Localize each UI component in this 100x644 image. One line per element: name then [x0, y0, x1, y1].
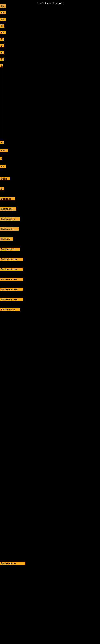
badge-22[interactable]: Bottleneck re [0, 248, 20, 252]
badge-14[interactable]: Bo [0, 165, 6, 169]
badge-5[interactable]: Bo [0, 31, 6, 35]
badge-1[interactable]: Bo [0, 4, 6, 8]
badge-12[interactable]: Bott [0, 149, 8, 153]
badge-9[interactable]: E [0, 58, 3, 62]
badge-25[interactable]: Bottleneck resu [0, 278, 23, 282]
badge-23[interactable]: Bottleneck resu [0, 258, 23, 262]
badge-13[interactable]: I [0, 157, 2, 161]
badge-8[interactable]: B [0, 51, 4, 55]
vline-1 [1, 68, 2, 140]
badge-2[interactable]: Bo [0, 11, 6, 15]
badge-4[interactable]: B [0, 24, 4, 28]
badge-18[interactable]: Bottleneck [0, 207, 16, 211]
badge-24[interactable]: Bottleneck resu [0, 268, 23, 272]
badge-10[interactable]: s [0, 64, 3, 68]
badge-3[interactable]: Bo [0, 18, 6, 22]
badge-28[interactable]: Bottleneck re [0, 308, 20, 312]
badge-7[interactable]: B [0, 44, 4, 48]
badge-19[interactable]: Bottleneck re [0, 217, 20, 222]
badge-26[interactable]: Bottleneck resu [0, 288, 23, 292]
badge-11[interactable]: E [0, 141, 3, 145]
badge-29[interactable]: Bottleneck res [0, 562, 25, 566]
badge-15[interactable]: Bottle [0, 177, 10, 181]
badge-16[interactable]: B [0, 187, 4, 191]
badge-21[interactable]: Bottlene [0, 238, 13, 242]
badge-27[interactable]: Bottleneck resu [0, 298, 23, 302]
badge-20[interactable]: Bottleneck e [0, 228, 19, 232]
badge-17[interactable]: Bottlenec [0, 197, 15, 201]
badge-6[interactable]: E [0, 38, 3, 42]
